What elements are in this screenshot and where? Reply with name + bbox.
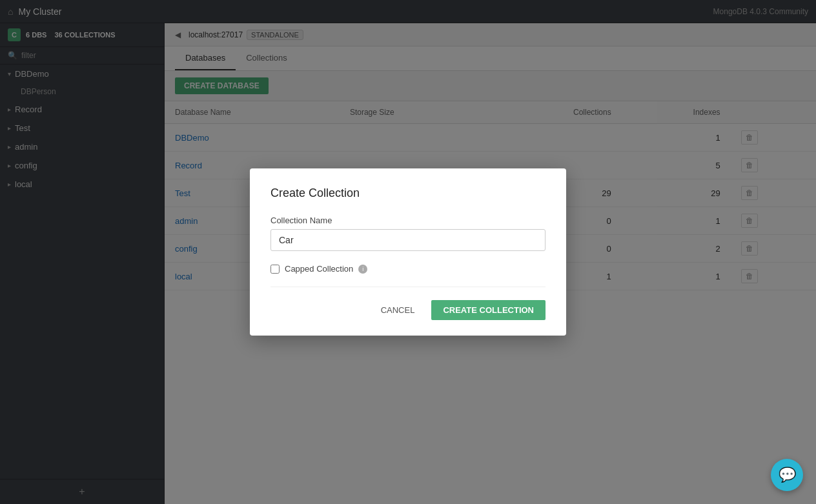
chat-widget[interactable]: 💬 — [771, 459, 803, 491]
collection-name-group: Collection Name — [270, 216, 546, 251]
collection-name-label: Collection Name — [270, 216, 546, 225]
modal-actions: CANCEL CREATE COLLECTION — [270, 300, 546, 320]
capped-collection-row: Capped Collection i — [270, 264, 546, 274]
create-collection-button[interactable]: CREATE COLLECTION — [431, 300, 546, 320]
capped-collection-checkbox[interactable] — [270, 265, 280, 274]
capped-collection-label: Capped Collection — [285, 264, 353, 274]
modal-overlay: Create Collection Collection Name Capped… — [0, 0, 816, 504]
modal-title: Create Collection — [270, 186, 546, 200]
create-collection-modal: Create Collection Collection Name Capped… — [250, 168, 566, 336]
cancel-button[interactable]: CANCEL — [371, 300, 425, 320]
capped-collection-info-icon[interactable]: i — [358, 265, 367, 274]
collection-name-input[interactable] — [270, 229, 546, 251]
chat-icon: 💬 — [779, 467, 796, 483]
modal-divider — [270, 287, 546, 287]
